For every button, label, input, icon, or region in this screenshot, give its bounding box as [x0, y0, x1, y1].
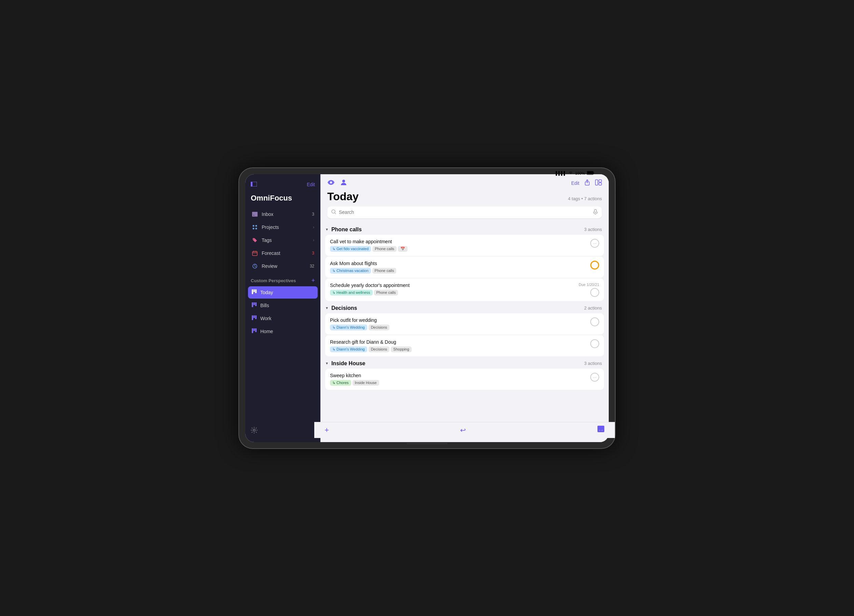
task-title[interactable]: Pick outfit for wedding — [330, 317, 587, 323]
tag[interactable]: Shopping — [391, 346, 412, 352]
section-triangle[interactable]: ▼ — [325, 361, 329, 365]
device-screen: Edit OmniFocus Inbox 3 Projects — [245, 174, 609, 442]
today-label: Today — [260, 290, 273, 295]
sidebar: Edit OmniFocus Inbox 3 Projects — [245, 174, 320, 442]
tag[interactable]: ↳ Health and wellness — [330, 290, 373, 296]
svg-rect-28 — [599, 183, 602, 185]
search-icon — [331, 209, 336, 215]
inbox-button[interactable] — [597, 426, 605, 434]
task-complete-button[interactable] — [590, 288, 599, 297]
decisions-count: 2 actions — [584, 305, 602, 311]
task-title[interactable]: Sweep kitchen — [330, 373, 587, 378]
task-info: Research gift for Diann & Doug ↳ Diann's… — [330, 339, 587, 352]
svg-rect-11 — [253, 290, 255, 292]
task-title[interactable]: Ask Mom about flights — [330, 261, 587, 266]
task-title[interactable]: Research gift for Diann & Doug — [330, 339, 587, 345]
section-decisions: ▼ Decisions 2 actions — [325, 302, 604, 313]
sidebar-item-bills[interactable]: Bills — [248, 299, 318, 312]
tag[interactable]: Phone calls — [374, 290, 398, 296]
section-inside-house: ▼ Inside House 3 actions — [325, 357, 604, 369]
today-icon — [252, 289, 257, 296]
svg-rect-16 — [252, 316, 253, 320]
task-complete-button[interactable] — [590, 261, 599, 270]
tag[interactable]: Inside House — [352, 380, 379, 386]
tag[interactable]: ↳ Chores — [330, 380, 351, 386]
svg-rect-12 — [255, 290, 256, 293]
sidebar-item-work[interactable]: Work — [248, 312, 318, 325]
person-icon[interactable] — [340, 179, 347, 188]
tag[interactable]: Decisions — [369, 325, 390, 330]
sidebar-item-projects[interactable]: Projects › — [248, 221, 318, 233]
eye-icon[interactable] — [327, 179, 335, 188]
svg-point-23 — [330, 181, 332, 183]
add-task-button[interactable]: + — [325, 426, 329, 435]
search-bar — [327, 206, 602, 218]
sidebar-item-today[interactable]: Today — [248, 286, 318, 299]
table-row: Sweep kitchen ↳ Chores Inside House ··· — [325, 369, 604, 390]
svg-rect-8 — [252, 252, 257, 256]
task-title[interactable]: Call vet to make appointment — [330, 239, 587, 244]
bottom-toolbar: + ↩ — [320, 422, 609, 438]
svg-rect-27 — [599, 180, 602, 182]
toolbar-right: Edit — [571, 179, 602, 188]
inbox-icon — [252, 211, 258, 218]
phone-calls-title: Phone calls — [331, 227, 362, 233]
app-title: OmniFocus — [245, 194, 320, 208]
main-content: Edit Today 4 tags • 7 actions — [320, 174, 609, 442]
task-complete-button[interactable] — [590, 317, 599, 326]
custom-perspectives-title: Custom Perspectives — [251, 278, 296, 283]
task-complete-button[interactable] — [590, 339, 599, 348]
sidebar-item-forecast[interactable]: Forecast 3 — [248, 247, 318, 259]
section-phone-calls: ▼ Phone calls 3 actions — [325, 223, 604, 235]
tag[interactable]: ↳ Get fido vaccinated — [330, 246, 371, 252]
task-tags: ↳ Health and wellness Phone calls — [330, 290, 575, 296]
sidebar-item-tags[interactable]: Tags › — [248, 234, 318, 246]
sidebar-item-home[interactable]: Home — [248, 325, 318, 337]
decisions-title: Decisions — [331, 305, 357, 311]
svg-rect-26 — [595, 180, 598, 185]
section-title-row: ▼ Decisions — [325, 305, 357, 311]
sidebar-item-inbox[interactable]: Inbox 3 — [248, 208, 318, 220]
settings-icon[interactable] — [251, 428, 258, 435]
mic-icon[interactable] — [593, 209, 598, 216]
add-perspective-button[interactable]: + — [311, 277, 315, 284]
search-input[interactable] — [339, 209, 590, 215]
tag[interactable]: Phone calls — [372, 268, 396, 274]
sidebar-nav: Inbox 3 Projects › Tags › — [245, 208, 320, 272]
page-title-row: Today 4 tags • 7 actions — [327, 190, 602, 203]
main-header: Edit Today 4 tags • 7 actions — [320, 174, 609, 223]
forecast-badge: 3 — [312, 251, 314, 256]
tag[interactable]: Decisions — [369, 346, 390, 352]
projects-label: Projects — [262, 224, 310, 230]
task-info: Pick outfit for wedding ↳ Diann's Weddin… — [330, 317, 587, 330]
tag[interactable]: ↳ Diann's Wedding — [330, 325, 367, 330]
tag[interactable]: ↳ Christmas vacation — [330, 268, 371, 274]
section-triangle[interactable]: ▼ — [325, 306, 329, 310]
sidebar-edit-button[interactable]: Edit — [307, 182, 315, 187]
share-icon[interactable] — [584, 179, 590, 188]
tags-chevron: › — [313, 238, 314, 242]
phone-calls-count: 3 actions — [584, 227, 602, 232]
calendar-tag[interactable]: 📅 — [398, 246, 407, 252]
task-complete-button[interactable]: ··· — [590, 373, 599, 382]
layout-icon[interactable] — [595, 179, 602, 187]
task-complete-button[interactable]: ··· — [590, 239, 599, 248]
section-triangle[interactable]: ▼ — [325, 227, 329, 231]
edit-button[interactable]: Edit — [571, 180, 580, 186]
task-info: Sweep kitchen ↳ Chores Inside House — [330, 373, 587, 386]
tag[interactable]: ↳ Diann's Wedding — [330, 346, 367, 352]
content-list: ▼ Phone calls 3 actions Call vet to make… — [320, 223, 609, 442]
review-icon — [252, 263, 258, 270]
task-tags: ↳ Get fido vaccinated Phone calls 📅 — [330, 246, 587, 252]
undo-button[interactable]: ↩ — [460, 426, 466, 434]
device-frame: ▌▌▌▌ 100% Edit OmniFocus — [239, 168, 615, 448]
sidebar-toggle-icon[interactable] — [251, 181, 257, 188]
tag[interactable]: Phone calls — [372, 246, 396, 252]
sidebar-item-review[interactable]: Review 32 — [248, 260, 318, 272]
task-right: Due 1/20/21 — [579, 282, 599, 297]
table-row: Call vet to make appointment ↳ Get fido … — [325, 235, 604, 256]
signal-icon: ▌▌▌▌ — [556, 171, 566, 175]
svg-rect-20 — [253, 328, 255, 331]
table-row: Research gift for Diann & Doug ↳ Diann's… — [325, 335, 604, 356]
task-title[interactable]: Schedule yearly doctor's appointment — [330, 282, 575, 288]
